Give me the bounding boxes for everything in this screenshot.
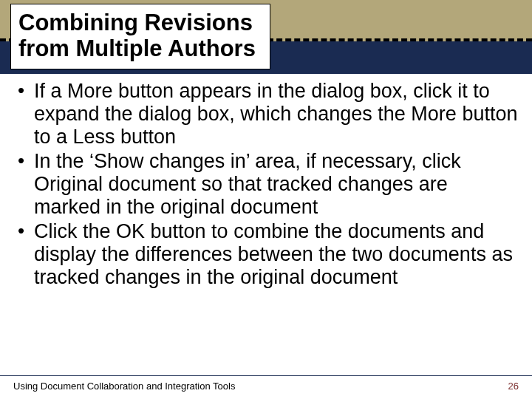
footer-inner: Using Document Collaboration and Integra… xyxy=(13,376,519,392)
content-area: If a More button appears in the dialog b… xyxy=(13,80,519,290)
slide: Combining Revisions from Multiple Author… xyxy=(0,0,532,399)
list-item: In the ‘Show changes in’ area, if necess… xyxy=(13,150,519,219)
slide-title: Combining Revisions from Multiple Author… xyxy=(18,10,262,61)
footer: Using Document Collaboration and Integra… xyxy=(0,375,532,392)
footer-text: Using Document Collaboration and Integra… xyxy=(13,381,235,392)
title-box: Combining Revisions from Multiple Author… xyxy=(10,4,270,69)
bullet-list: If a More button appears in the dialog b… xyxy=(13,80,519,289)
list-item: Click the OK button to combine the docum… xyxy=(13,220,519,289)
list-item: If a More button appears in the dialog b… xyxy=(13,80,519,149)
page-number: 26 xyxy=(508,381,519,392)
